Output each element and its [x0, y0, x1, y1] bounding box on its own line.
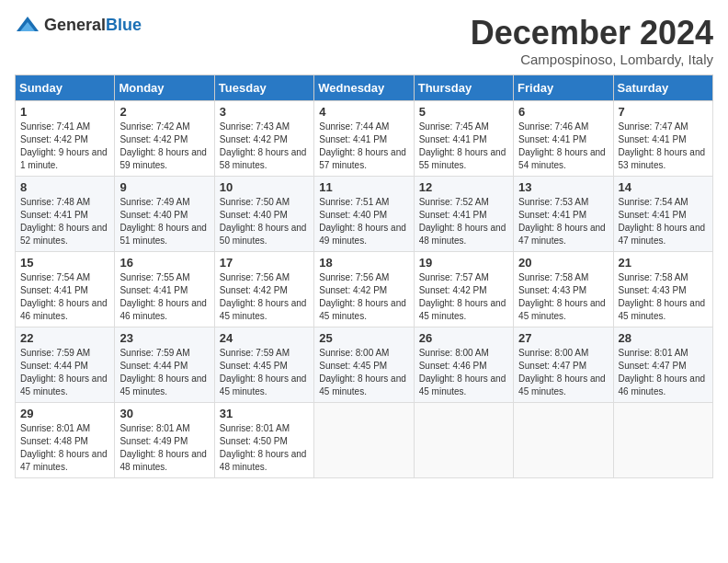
- day-info: Sunrise: 7:44 AMSunset: 4:41 PMDaylight:…: [319, 121, 408, 172]
- day-info: Sunrise: 7:41 AMSunset: 4:42 PMDaylight:…: [20, 121, 109, 172]
- calendar-cell: 3Sunrise: 7:43 AMSunset: 4:42 PMDaylight…: [214, 100, 313, 176]
- day-number: 9: [119, 180, 209, 194]
- day-number: 24: [220, 331, 309, 345]
- calendar-cell: 14Sunrise: 7:54 AMSunset: 4:41 PMDayligh…: [613, 176, 712, 251]
- day-info: Sunrise: 8:01 AMSunset: 4:49 PMDaylight:…: [119, 422, 209, 474]
- calendar-cell: 5Sunrise: 7:45 AMSunset: 4:41 PMDaylight…: [414, 100, 513, 176]
- calendar-cell: 19Sunrise: 7:57 AMSunset: 4:42 PMDayligh…: [414, 251, 513, 327]
- day-number: 16: [119, 256, 209, 270]
- calendar-cell: 23Sunrise: 7:59 AMSunset: 4:44 PMDayligh…: [115, 327, 214, 402]
- calendar-cell: 11Sunrise: 7:51 AMSunset: 4:40 PMDayligh…: [314, 176, 414, 251]
- day-info: Sunrise: 7:58 AMSunset: 4:43 PMDaylight:…: [518, 271, 608, 323]
- calendar-cell: 24Sunrise: 7:59 AMSunset: 4:45 PMDayligh…: [214, 327, 313, 402]
- day-number: 10: [220, 180, 309, 194]
- day-number: 14: [619, 180, 708, 194]
- calendar-week-row: 1Sunrise: 7:41 AMSunset: 4:42 PMDaylight…: [16, 100, 713, 176]
- weekday-header-sunday: Sunday: [16, 75, 115, 100]
- calendar-cell: 18Sunrise: 7:56 AMSunset: 4:42 PMDayligh…: [314, 251, 414, 327]
- day-number: 28: [619, 331, 708, 345]
- day-info: Sunrise: 8:00 AMSunset: 4:45 PMDaylight:…: [319, 347, 408, 398]
- day-info: Sunrise: 7:42 AMSunset: 4:42 PMDaylight:…: [119, 121, 209, 172]
- day-info: Sunrise: 7:50 AMSunset: 4:40 PMDaylight:…: [220, 196, 309, 247]
- day-info: Sunrise: 7:59 AMSunset: 4:45 PMDaylight:…: [220, 347, 309, 398]
- day-info: Sunrise: 8:01 AMSunset: 4:47 PMDaylight:…: [619, 347, 708, 398]
- calendar-cell: 20Sunrise: 7:58 AMSunset: 4:43 PMDayligh…: [514, 251, 613, 327]
- calendar-cell: 29Sunrise: 8:01 AMSunset: 4:48 PMDayligh…: [16, 402, 115, 477]
- day-info: Sunrise: 7:43 AMSunset: 4:42 PMDaylight:…: [220, 121, 309, 172]
- calendar-cell: 8Sunrise: 7:48 AMSunset: 4:41 PMDaylight…: [16, 176, 115, 251]
- calendar-cell: 31Sunrise: 8:01 AMSunset: 4:50 PMDayligh…: [214, 402, 313, 477]
- day-info: Sunrise: 7:53 AMSunset: 4:41 PMDaylight:…: [518, 196, 608, 247]
- calendar-week-row: 8Sunrise: 7:48 AMSunset: 4:41 PMDaylight…: [16, 176, 713, 251]
- weekday-header-tuesday: Tuesday: [214, 75, 313, 100]
- day-info: Sunrise: 7:48 AMSunset: 4:41 PMDaylight:…: [20, 196, 109, 247]
- day-number: 20: [518, 256, 608, 270]
- day-info: Sunrise: 8:01 AMSunset: 4:48 PMDaylight:…: [20, 422, 109, 474]
- day-number: 22: [20, 331, 109, 345]
- calendar-cell: 1Sunrise: 7:41 AMSunset: 4:42 PMDaylight…: [16, 100, 115, 176]
- calendar-cell: [514, 402, 613, 477]
- day-info: Sunrise: 7:59 AMSunset: 4:44 PMDaylight:…: [119, 347, 209, 398]
- day-number: 6: [518, 105, 608, 119]
- day-number: 17: [220, 256, 309, 270]
- day-info: Sunrise: 7:56 AMSunset: 4:42 PMDaylight:…: [319, 271, 408, 323]
- calendar-cell: 4Sunrise: 7:44 AMSunset: 4:41 PMDaylight…: [314, 100, 414, 176]
- day-number: 4: [319, 105, 408, 119]
- weekday-header-friday: Friday: [514, 75, 613, 100]
- calendar-cell: 30Sunrise: 8:01 AMSunset: 4:49 PMDayligh…: [115, 402, 214, 477]
- calendar-cell: 12Sunrise: 7:52 AMSunset: 4:41 PMDayligh…: [414, 176, 513, 251]
- logo-text-general: General: [44, 16, 106, 34]
- day-number: 21: [619, 256, 708, 270]
- logo: GeneralBlue: [15, 15, 142, 35]
- calendar-cell: 9Sunrise: 7:49 AMSunset: 4:40 PMDaylight…: [115, 176, 214, 251]
- calendar-cell: 21Sunrise: 7:58 AMSunset: 4:43 PMDayligh…: [613, 251, 712, 327]
- day-number: 8: [20, 180, 109, 194]
- calendar-week-row: 29Sunrise: 8:01 AMSunset: 4:48 PMDayligh…: [16, 402, 713, 477]
- day-number: 18: [319, 256, 408, 270]
- calendar-cell: 17Sunrise: 7:56 AMSunset: 4:42 PMDayligh…: [214, 251, 313, 327]
- day-number: 2: [119, 105, 209, 119]
- day-info: Sunrise: 8:00 AMSunset: 4:47 PMDaylight:…: [518, 347, 608, 398]
- day-info: Sunrise: 7:56 AMSunset: 4:42 PMDaylight:…: [220, 271, 309, 323]
- calendar-cell: [613, 402, 712, 477]
- day-info: Sunrise: 7:47 AMSunset: 4:41 PMDaylight:…: [619, 121, 708, 172]
- day-number: 15: [20, 256, 109, 270]
- day-info: Sunrise: 8:01 AMSunset: 4:50 PMDaylight:…: [220, 422, 309, 474]
- day-number: 31: [220, 407, 309, 420]
- weekday-header-wednesday: Wednesday: [314, 75, 414, 100]
- day-info: Sunrise: 7:49 AMSunset: 4:40 PMDaylight:…: [119, 196, 209, 247]
- calendar-cell: 7Sunrise: 7:47 AMSunset: 4:41 PMDaylight…: [613, 100, 712, 176]
- calendar-cell: 27Sunrise: 8:00 AMSunset: 4:47 PMDayligh…: [514, 327, 613, 402]
- month-title: December 2024: [471, 15, 713, 52]
- day-number: 19: [419, 256, 508, 270]
- day-number: 13: [518, 180, 608, 194]
- day-number: 11: [319, 180, 408, 194]
- day-number: 29: [20, 407, 109, 420]
- calendar-week-row: 15Sunrise: 7:54 AMSunset: 4:41 PMDayligh…: [16, 251, 713, 327]
- calendar-table: SundayMondayTuesdayWednesdayThursdayFrid…: [15, 75, 713, 478]
- day-number: 7: [619, 105, 708, 119]
- title-area: December 2024 Campospinoso, Lombardy, It…: [471, 15, 713, 67]
- calendar-cell: 15Sunrise: 7:54 AMSunset: 4:41 PMDayligh…: [16, 251, 115, 327]
- weekday-header-thursday: Thursday: [414, 75, 513, 100]
- calendar-cell: 25Sunrise: 8:00 AMSunset: 4:45 PMDayligh…: [314, 327, 414, 402]
- logo-text-blue: Blue: [106, 16, 142, 34]
- calendar-week-row: 22Sunrise: 7:59 AMSunset: 4:44 PMDayligh…: [16, 327, 713, 402]
- day-info: Sunrise: 7:52 AMSunset: 4:41 PMDaylight:…: [419, 196, 508, 247]
- day-info: Sunrise: 7:59 AMSunset: 4:44 PMDaylight:…: [20, 347, 109, 398]
- calendar-cell: 13Sunrise: 7:53 AMSunset: 4:41 PMDayligh…: [514, 176, 613, 251]
- calendar-cell: 16Sunrise: 7:55 AMSunset: 4:41 PMDayligh…: [115, 251, 214, 327]
- calendar-cell: 28Sunrise: 8:01 AMSunset: 4:47 PMDayligh…: [613, 327, 712, 402]
- calendar-cell: 10Sunrise: 7:50 AMSunset: 4:40 PMDayligh…: [214, 176, 313, 251]
- day-number: 12: [419, 180, 508, 194]
- day-number: 30: [119, 407, 209, 420]
- calendar-cell: 6Sunrise: 7:46 AMSunset: 4:41 PMDaylight…: [514, 100, 613, 176]
- calendar-cell: [314, 402, 414, 477]
- day-number: 25: [319, 331, 408, 345]
- day-info: Sunrise: 7:51 AMSunset: 4:40 PMDaylight:…: [319, 196, 408, 247]
- calendar-cell: 26Sunrise: 8:00 AMSunset: 4:46 PMDayligh…: [414, 327, 513, 402]
- day-number: 3: [220, 105, 309, 119]
- day-info: Sunrise: 7:54 AMSunset: 4:41 PMDaylight:…: [619, 196, 708, 247]
- calendar-cell: 22Sunrise: 7:59 AMSunset: 4:44 PMDayligh…: [16, 327, 115, 402]
- day-info: Sunrise: 8:00 AMSunset: 4:46 PMDaylight:…: [419, 347, 508, 398]
